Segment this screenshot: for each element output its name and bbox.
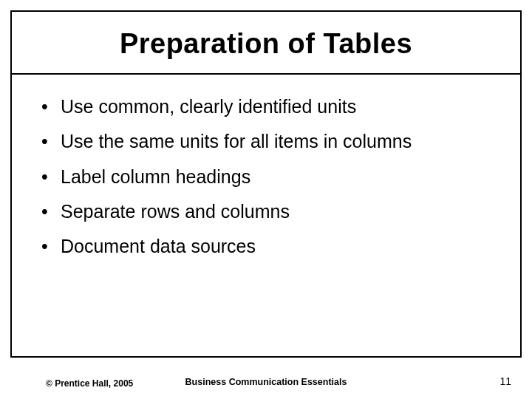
footer: © Prentice Hall, 2005 Business Communica… xyxy=(0,366,532,389)
slide-content: Use common, clearly identified units Use… xyxy=(12,75,520,258)
list-item: Label column headings xyxy=(41,166,507,188)
slide-title: Preparation of Tables xyxy=(41,28,491,60)
list-item: Use the same units for all items in colu… xyxy=(41,130,507,153)
slide-frame: Preparation of Tables Use common, clearl… xyxy=(10,10,522,358)
bullet-list: Use common, clearly identified units Use… xyxy=(41,95,507,258)
list-item: Separate rows and columns xyxy=(41,200,507,223)
list-item: Use common, clearly identified units xyxy=(41,95,507,118)
title-block: Preparation of Tables xyxy=(12,12,520,75)
page-number: 11 xyxy=(499,375,511,387)
book-title: Business Communication Essentials xyxy=(0,377,532,387)
list-item: Document data sources xyxy=(41,235,507,258)
